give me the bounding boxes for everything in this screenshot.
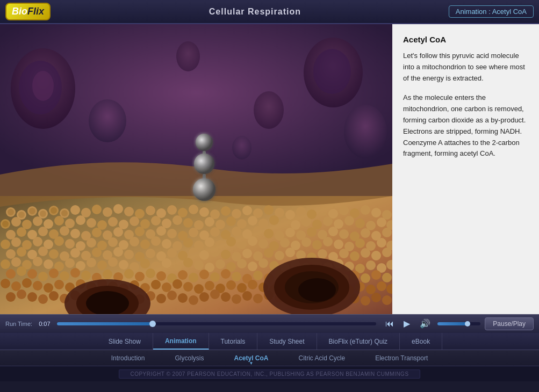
svg-point-30 — [113, 204, 123, 214]
svg-point-133 — [33, 237, 42, 246]
svg-point-348 — [382, 295, 392, 305]
svg-point-254 — [156, 271, 166, 281]
text-panel: Acetyl CoA Let's follow this pyruvic aci… — [392, 24, 539, 314]
svg-point-145 — [162, 239, 171, 249]
svg-point-240 — [6, 269, 16, 279]
svg-point-57 — [2, 221, 9, 227]
svg-point-314 — [17, 289, 26, 299]
nav-tab-tutorials[interactable]: Tutorials — [209, 333, 258, 350]
svg-point-220 — [183, 258, 193, 267]
svg-point-202 — [382, 248, 392, 257]
svg-point-136 — [65, 239, 75, 249]
svg-point-15 — [8, 209, 14, 215]
nav-tab-animation[interactable]: Animation — [153, 333, 209, 350]
nav-tab-ebook[interactable]: eBook — [400, 333, 442, 350]
volume-handle[interactable] — [465, 321, 470, 326]
svg-point-29 — [103, 207, 112, 217]
sub-nav-item-glycolysis[interactable]: Glycolysis — [160, 350, 219, 366]
nav-tab-study-sheet[interactable]: Study Sheet — [257, 333, 317, 350]
video-area — [0, 24, 392, 314]
svg-point-335 — [242, 291, 252, 301]
svg-point-47 — [296, 207, 306, 216]
svg-point-177 — [113, 247, 123, 257]
svg-point-252 — [135, 272, 145, 281]
sub-nav-item-citric-acid-cycle[interactable]: Citric Acid Cycle — [284, 350, 361, 366]
svg-point-346 — [361, 296, 370, 306]
svg-point-12 — [176, 41, 200, 71]
svg-point-26 — [70, 205, 80, 215]
svg-point-249 — [103, 270, 112, 279]
bioflix-logo[interactable]: BioFlix — [5, 3, 51, 20]
svg-point-260 — [221, 269, 231, 279]
svg-point-242 — [27, 269, 37, 279]
progress-bar[interactable] — [57, 322, 377, 325]
svg-point-200 — [361, 248, 370, 258]
svg-point-184 — [189, 248, 198, 257]
nav-tab-bioflix-quiz[interactable]: BioFlix (eTutor) Quiz — [317, 333, 400, 350]
svg-point-90 — [355, 219, 365, 228]
svg-point-219 — [173, 261, 182, 271]
svg-point-328 — [167, 291, 177, 300]
svg-point-168 — [17, 247, 26, 257]
svg-point-67 — [108, 217, 118, 227]
svg-point-152 — [237, 239, 247, 249]
svg-point-138 — [87, 238, 96, 248]
svg-point-71 — [151, 216, 161, 226]
svg-point-89 — [344, 216, 354, 226]
svg-point-330 — [189, 295, 198, 305]
volume-bar[interactable] — [437, 322, 480, 325]
svg-point-185 — [199, 250, 209, 260]
svg-point-180 — [146, 249, 155, 258]
svg-point-53 — [361, 205, 370, 215]
svg-point-310 — [366, 285, 376, 294]
pause-play-button[interactable]: Pause/Play — [485, 317, 534, 330]
rewind-button[interactable]: ⏮ — [383, 318, 397, 330]
nav-tabs: Slide ShowAnimationTutorialsStudy SheetB… — [0, 333, 539, 350]
svg-point-293 — [183, 282, 193, 292]
svg-point-74 — [183, 218, 193, 228]
play-button[interactable]: ▶ — [401, 317, 413, 330]
svg-point-187 — [221, 250, 231, 259]
nav-tab-slide-show[interactable]: Slide Show — [97, 333, 153, 350]
svg-point-46 — [285, 210, 295, 220]
svg-point-193 — [285, 248, 295, 257]
svg-point-87 — [323, 216, 333, 226]
svg-point-69 — [130, 216, 139, 226]
sub-nav-item-introduction[interactable]: Introduction — [96, 350, 160, 366]
svg-point-115 — [232, 227, 241, 236]
sub-nav-item-electron-transport[interactable]: Electron Transport — [360, 350, 443, 366]
svg-point-51 — [339, 206, 349, 215]
svg-point-95 — [17, 227, 26, 237]
svg-point-159 — [312, 240, 322, 250]
sub-nav-item-acetyl-coa[interactable]: Acetyl CoA — [219, 350, 283, 366]
svg-point-256 — [178, 270, 188, 280]
svg-point-213 — [108, 257, 118, 267]
sub-nav: IntroductionGlycolysisAcetyl CoACitric A… — [0, 350, 539, 366]
svg-point-23 — [51, 207, 57, 214]
svg-point-261 — [232, 272, 241, 281]
volume-bar-fill — [437, 322, 468, 325]
svg-point-127 — [361, 228, 370, 238]
svg-point-243 — [38, 272, 48, 281]
logo-bio: Bio — [12, 6, 27, 17]
panel-paragraph-1: Let's follow this pyruvic acid molecule … — [403, 50, 528, 84]
svg-point-358 — [194, 154, 214, 174]
volume-icon[interactable]: 🔊 — [417, 317, 433, 330]
progress-handle[interactable] — [149, 321, 156, 327]
svg-point-204 — [11, 257, 21, 267]
svg-point-275 — [382, 273, 392, 282]
svg-point-352 — [298, 278, 336, 302]
svg-point-247 — [81, 271, 91, 280]
svg-point-336 — [253, 294, 263, 303]
svg-point-144 — [151, 236, 161, 246]
svg-point-124 — [328, 227, 338, 236]
svg-point-54 — [371, 208, 381, 217]
svg-point-259 — [210, 272, 220, 282]
svg-point-237 — [366, 260, 376, 270]
svg-point-297 — [226, 280, 236, 290]
svg-point-25 — [61, 210, 68, 216]
svg-point-311 — [377, 281, 386, 291]
svg-point-113 — [210, 227, 220, 237]
progress-bar-fill — [57, 322, 153, 325]
svg-point-334 — [232, 294, 241, 304]
